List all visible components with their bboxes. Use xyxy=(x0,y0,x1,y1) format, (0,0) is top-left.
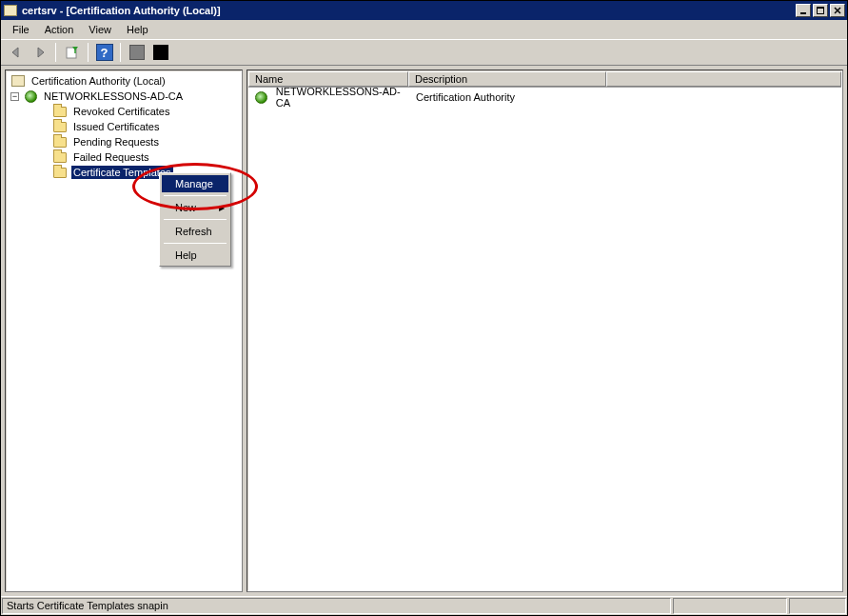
submenu-arrow-icon: ▶ xyxy=(219,204,225,212)
list-pane: Name Description NETWORKLESSONS-AD-CA Ce… xyxy=(247,70,843,592)
window-controls xyxy=(796,4,845,17)
export-list-button[interactable] xyxy=(61,42,83,63)
folder-icon xyxy=(52,135,68,149)
toolbar-separator xyxy=(88,43,89,62)
ctx-separator xyxy=(164,195,227,196)
ctx-separator xyxy=(164,243,227,244)
toolbar-separator xyxy=(55,43,56,62)
folder-icon xyxy=(52,166,68,179)
folder-icon xyxy=(52,105,68,118)
back-button[interactable] xyxy=(5,42,27,63)
ca-root-icon xyxy=(10,74,26,88)
forward-button[interactable] xyxy=(29,42,50,63)
status-text: Starts Certificate Templates snapin xyxy=(2,598,671,614)
ca-icon xyxy=(254,90,268,104)
status-pane-3 xyxy=(789,598,846,614)
ctx-separator xyxy=(164,219,227,220)
menubar: File Action View Help xyxy=(1,20,847,39)
ca-icon xyxy=(23,89,38,103)
app-icon xyxy=(3,3,18,18)
minimize-button[interactable] xyxy=(796,4,811,17)
ctx-manage-label: Manage xyxy=(175,178,213,189)
svg-rect-2 xyxy=(817,7,824,9)
tree-item-label: Revoked Certificates xyxy=(71,105,172,118)
col-spacer[interactable] xyxy=(606,71,841,87)
stop-service-button[interactable] xyxy=(126,42,148,63)
list-row[interactable]: NETWORKLESSONS-AD-CA Certification Autho… xyxy=(248,89,841,105)
menu-action[interactable]: Action xyxy=(37,22,82,37)
tree[interactable]: Certification Authority (Local) − NETWOR… xyxy=(7,71,241,182)
window-title: certsrv - [Certification Authority (Loca… xyxy=(22,5,796,16)
titlebar: certsrv - [Certification Authority (Loca… xyxy=(1,1,847,20)
tree-pane: Certification Authority (Local) − NETWOR… xyxy=(5,70,243,592)
col-description[interactable]: Description xyxy=(408,71,606,87)
col-name[interactable]: Name xyxy=(248,71,408,87)
tree-item-label: Certificate Templates xyxy=(71,166,173,179)
toolbar: ? xyxy=(1,39,847,66)
status-pane-2 xyxy=(673,598,787,614)
close-button[interactable] xyxy=(830,4,845,17)
list-cell-name: NETWORKLESSONS-AD-CA xyxy=(276,86,404,109)
tree-item-label: Issued Certificates xyxy=(71,120,161,133)
tree-item-revoked[interactable]: Revoked Certificates xyxy=(7,104,241,119)
help-button[interactable]: ? xyxy=(93,42,115,63)
tree-ca-node[interactable]: − NETWORKLESSONS-AD-CA xyxy=(7,89,241,104)
tree-ca-label: NETWORKLESSONS-AD-CA xyxy=(42,89,185,103)
tree-item-failed[interactable]: Failed Requests xyxy=(7,149,241,165)
ctx-new-label: New xyxy=(175,202,196,213)
tree-item-label: Pending Requests xyxy=(71,135,161,149)
help-icon: ? xyxy=(96,44,113,61)
ctx-manage[interactable]: Manage xyxy=(162,175,228,192)
statusbar: Starts Certificate Templates snapin xyxy=(1,596,847,615)
folder-icon xyxy=(52,120,68,133)
menu-file[interactable]: File xyxy=(5,22,37,37)
menu-help[interactable]: Help xyxy=(119,22,156,37)
ctx-refresh-label: Refresh xyxy=(175,226,212,237)
ctx-new[interactable]: New ▶ xyxy=(162,199,228,216)
tree-item-issued[interactable]: Issued Certificates xyxy=(7,119,241,134)
svg-rect-0 xyxy=(800,12,806,14)
tree-root-node[interactable]: Certification Authority (Local) xyxy=(7,73,241,89)
tree-item-pending[interactable]: Pending Requests xyxy=(7,134,241,149)
context-menu: Manage New ▶ Refresh Help xyxy=(159,172,231,267)
list-body: NETWORKLESSONS-AD-CA Certification Autho… xyxy=(248,88,841,107)
app-window: certsrv - [Certification Authority (Loca… xyxy=(0,0,848,616)
black-square-icon xyxy=(153,45,168,60)
ctx-help[interactable]: Help xyxy=(162,247,228,264)
list-cell-description: Certification Authority xyxy=(416,91,515,103)
ctx-help-label: Help xyxy=(175,249,197,261)
folder-icon xyxy=(52,150,68,164)
tree-root-label: Certification Authority (Local) xyxy=(30,74,168,88)
menu-view[interactable]: View xyxy=(81,22,119,37)
start-service-button[interactable] xyxy=(149,42,171,63)
toolbar-separator xyxy=(120,43,121,62)
tree-item-label: Failed Requests xyxy=(71,150,151,164)
maximize-button[interactable] xyxy=(813,4,828,17)
collapse-icon[interactable]: − xyxy=(10,92,19,101)
ctx-refresh[interactable]: Refresh xyxy=(162,223,228,240)
client-area: Certification Authority (Local) − NETWOR… xyxy=(1,66,847,596)
grey-square-icon xyxy=(129,45,145,60)
